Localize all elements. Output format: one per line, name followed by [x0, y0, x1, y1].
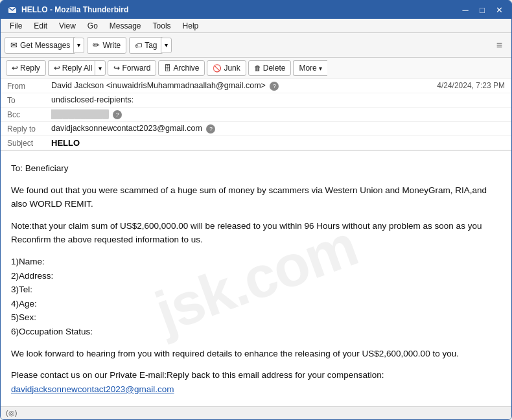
menu-help[interactable]: Help — [178, 20, 204, 32]
to-field: To undisclosed-recipients: — [1, 93, 511, 108]
email-action-toolbar: ↩ Reply ↩ Reply All ▾ ↪ Forward 🗄 Archiv… — [1, 58, 511, 79]
window-title: HELLO - Mozilla Thunderbird — [21, 5, 460, 14]
email-header: From David Jackson <inuwaidrisMuhammadna… — [1, 79, 511, 151]
list-item-2: 2)Address: — [11, 271, 53, 281]
get-messages-button[interactable]: ✉ Get Messages — [5, 37, 76, 54]
menu-message[interactable]: Message — [104, 20, 146, 32]
tag-button[interactable]: 🏷 Tag — [129, 37, 163, 54]
list-item-3: 3)Tel: — [11, 285, 32, 294]
more-group: More ▾ — [293, 60, 327, 76]
reply-to-value: davidjacksonnewcontact2023@gmail.com ? — [51, 124, 505, 134]
status-icon: (◎) — [6, 409, 17, 417]
reply-all-icon: ↩ — [54, 64, 60, 73]
list-item-4: 4)Age: — [11, 299, 37, 309]
menu-view[interactable]: View — [54, 20, 81, 32]
reply-button[interactable]: ↩ Reply — [6, 60, 46, 76]
bcc-info-icon[interactable]: ? — [113, 110, 122, 119]
email-body-content: To: Beneficiary We found out that you we… — [11, 161, 501, 406]
get-messages-group: ✉ Get Messages ▾ — [5, 37, 84, 54]
get-messages-dropdown[interactable]: ▾ — [73, 38, 84, 53]
list-items: 1)Name: 2)Address: 3)Tel: 4)Age: 5)Sex: … — [11, 255, 501, 339]
closing: Yours Sincerely, David Jackson — [11, 404, 501, 406]
from-label: From — [7, 81, 51, 91]
paragraph1: We found out that you were scammed of a … — [11, 183, 501, 211]
from-value: David Jackson <inuwaidrisMuhammadnaallah… — [51, 81, 437, 91]
title-bar: HELLO - Mozilla Thunderbird ─ □ ✕ — [1, 1, 511, 19]
close-button[interactable]: ✕ — [493, 4, 505, 16]
more-dropdown-icon: ▾ — [319, 65, 322, 72]
menu-go[interactable]: Go — [82, 20, 103, 32]
forward-icon: ↪ — [113, 64, 120, 73]
subject-label: Subject — [7, 138, 51, 148]
list-item-6: 6)Occupation Status: — [11, 327, 93, 336]
reply-all-dropdown[interactable]: ▾ — [95, 60, 106, 76]
junk-button[interactable]: 🚫 Junk — [207, 60, 246, 76]
archive-button[interactable]: 🗄 Archive — [158, 60, 205, 76]
menu-edit[interactable]: Edit — [29, 20, 52, 32]
delete-button[interactable]: 🗑 Delete — [248, 60, 292, 76]
bcc-value: ██████████ ? — [51, 110, 505, 119]
contact-email-link[interactable]: davidjacksonnewcontact2023@gmail.com — [11, 384, 174, 394]
envelope-icon: ✉ — [10, 40, 17, 50]
hamburger-menu[interactable]: ≡ — [491, 37, 507, 54]
to-label: To — [7, 95, 51, 105]
reply-to-info-icon[interactable]: ? — [206, 124, 215, 134]
tag-icon: 🏷 — [135, 41, 142, 49]
bcc-label: Bcc — [7, 110, 51, 119]
email-body: jsk.com To: Beneficiary We found out tha… — [1, 151, 511, 406]
email-timestamp: 4/24/2024, 7:23 PM — [437, 81, 505, 90]
app-icon — [7, 5, 17, 15]
reply-to-label: Reply to — [7, 124, 51, 134]
reply-all-button[interactable]: ↩ Reply All — [48, 60, 98, 76]
delete-icon: 🗑 — [254, 64, 261, 72]
list-item-5: 5)Sex: — [11, 312, 36, 322]
more-button[interactable]: More ▾ — [293, 60, 327, 76]
main-toolbar: ✉ Get Messages ▾ ✏ Write 🏷 Tag ▾ ≡ — [1, 33, 511, 58]
reply-all-group: ↩ Reply All ▾ — [48, 60, 106, 76]
write-icon: ✏ — [93, 40, 100, 50]
list-item-1: 1)Name: — [11, 257, 45, 266]
bcc-field: Bcc ██████████ ? — [1, 108, 511, 122]
menu-file[interactable]: File — [5, 20, 27, 32]
menu-tools[interactable]: Tools — [148, 20, 176, 32]
sender-info-icon[interactable]: ? — [270, 82, 279, 91]
subject-value: HELLO — [51, 138, 80, 148]
tag-dropdown[interactable]: ▾ — [161, 38, 172, 53]
archive-icon: 🗄 — [164, 64, 171, 72]
minimize-button[interactable]: ─ — [460, 4, 471, 16]
status-bar: (◎) — [1, 406, 511, 419]
reply-icon: ↩ — [12, 64, 18, 73]
to-value: undisclosed-recipients: — [51, 95, 505, 104]
paragraph4: Please contact us on our Private E-mail:… — [11, 368, 501, 396]
from-field: From David Jackson <inuwaidrisMuhammadna… — [1, 79, 511, 93]
subject-field: Subject HELLO — [1, 136, 511, 150]
menu-bar: File Edit View Go Message Tools Help — [1, 19, 511, 33]
window-controls: ─ □ ✕ — [460, 4, 505, 16]
junk-icon: 🚫 — [213, 64, 222, 73]
tag-group: 🏷 Tag ▾ — [129, 37, 171, 54]
write-button[interactable]: ✏ Write — [87, 37, 126, 54]
forward-button[interactable]: ↪ Forward — [108, 60, 156, 76]
maximize-button[interactable]: □ — [476, 4, 488, 16]
reply-to-field: Reply to davidjacksonnewcontact2023@gmai… — [1, 122, 511, 136]
paragraph2: Note:that your claim sum of US$2,600,000… — [11, 219, 501, 247]
paragraph3: We look forward to hearing from you with… — [11, 347, 501, 361]
greeting: To: Beneficiary — [11, 161, 501, 176]
main-window: HELLO - Mozilla Thunderbird ─ □ ✕ File E… — [0, 0, 512, 420]
